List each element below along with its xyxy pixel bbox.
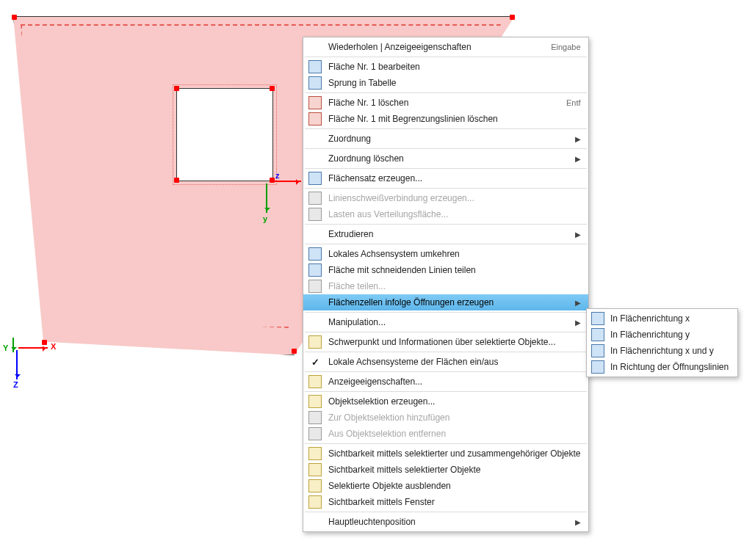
menu-create-obj-selection[interactable]: Objektselektion erzeugen...	[303, 393, 588, 410]
menu-label: Lasten aus Verteilungsfläche...	[324, 209, 581, 219]
node[interactable]	[292, 349, 297, 354]
node[interactable]	[270, 86, 275, 91]
menu-separator	[305, 168, 587, 169]
menu-visibility-window[interactable]: Sichtbarkeit mittels Fenster	[303, 494, 588, 510]
submenu-arrow-icon: ▶	[574, 135, 581, 143]
menu-edit-surface[interactable]: Fläche Nr. 1 bearbeiten	[303, 59, 588, 75]
menu-visibility-selected[interactable]: Sichtbarkeit mittels selektierter Objekt…	[303, 462, 588, 478]
menu-display-props[interactable]: Anzeigeeigenschaften...	[303, 374, 588, 390]
menu-label: Schwerpunkt und Informationen über selek…	[324, 337, 581, 347]
cells-from-openings-submenu: In Flächenrichtung x In Flächenrichtung …	[586, 308, 738, 377]
hide-icon	[306, 479, 324, 492]
menu-separator	[305, 371, 587, 372]
menu-loads-from-distribution: Lasten aus Verteilungsfläche...	[303, 206, 588, 222]
menu-label: Anzeigeeigenschaften...	[324, 377, 581, 387]
obj-sel-remove-icon	[306, 427, 324, 440]
submenu-arrow-icon: ▶	[574, 319, 581, 327]
visibility-icon	[306, 447, 324, 460]
menu-cells-from-openings[interactable]: Flächenzellen infolge Öffnungen erzeugen…	[303, 294, 588, 310]
menu-local-axes-toggle[interactable]: ✓ Lokale Achsensysteme der Flächen ein/a…	[303, 354, 588, 370]
menu-hide-selected[interactable]: Selektierte Objekte ausblenden	[303, 478, 588, 494]
surface-set-icon	[306, 172, 324, 185]
menu-label: Wiederholen | Anzeigeeigenschaften	[324, 42, 529, 52]
global-axis-x	[18, 347, 48, 349]
menu-label: Manipulation...	[324, 317, 574, 327]
menu-separator	[305, 352, 587, 352]
menu-manipulation[interactable]: Manipulation... ▶	[303, 314, 588, 330]
menu-visibility-sel-related[interactable]: Sichtbarkeit mittels selektierter und zu…	[303, 446, 588, 462]
surface-opening[interactable]	[176, 88, 273, 181]
menu-label: In Flächenrichtung y	[606, 330, 690, 340]
node[interactable]	[174, 86, 179, 91]
menu-label: Fläche teilen...	[324, 281, 581, 291]
menu-separator	[305, 57, 587, 57]
cut-icon	[306, 263, 324, 277]
menu-label: Sichtbarkeit mittels selektierter Objekt…	[324, 465, 581, 475]
menu-label: Fläche Nr. 1 bearbeiten	[324, 62, 581, 72]
menu-assignment-delete[interactable]: Zuordnung löschen ▶	[303, 150, 588, 167]
menu-label: Linienschweißverbindung erzeugen...	[324, 193, 581, 203]
submenu-dir-xy[interactable]: In Flächenrichtung x und y	[587, 343, 737, 359]
local-axis-y	[266, 183, 267, 213]
reverse-axis-icon	[306, 247, 324, 261]
global-axis-z-label: Z	[13, 380, 18, 389]
menu-delete-surface[interactable]: Fläche Nr. 1 löschen Entf	[303, 95, 588, 111]
menu-label: Fläche Nr. 1 mit Begrenzungslinien lösch…	[324, 114, 581, 124]
menu-remove-from-obj-selection: Aus Objektselektion entfernen	[303, 426, 588, 442]
menu-label: Zuordnung löschen	[324, 153, 574, 164]
split-icon	[306, 280, 324, 293]
menu-label: Zur Objektselektion hinzufügen	[324, 412, 581, 423]
menu-split-surface: Fläche teilen...	[303, 278, 588, 294]
menu-label: Zuordnung	[324, 134, 574, 144]
delete-lines-icon	[306, 112, 324, 126]
submenu-arrow-icon: ▶	[574, 155, 581, 163]
menu-jump-to-table[interactable]: Sprung in Tabelle	[303, 75, 588, 91]
global-axis-z	[16, 350, 18, 379]
menu-create-surface-set[interactable]: Flächensatz erzeugen...	[303, 170, 588, 186]
menu-main-light-position[interactable]: Hauptleuchtenposition ▶	[303, 514, 588, 530]
submenu-dir-y[interactable]: In Flächenrichtung y	[587, 327, 737, 343]
global-axis-y-label: Y	[3, 343, 8, 352]
edit-icon	[306, 60, 324, 73]
menu-centroid-info[interactable]: Schwerpunkt und Informationen über selek…	[303, 334, 588, 350]
menu-delete-surface-with-lines[interactable]: Fläche Nr. 1 mit Begrenzungslinien lösch…	[303, 111, 588, 127]
menu-label: Flächensatz erzeugen...	[324, 173, 581, 183]
menu-separator	[305, 443, 587, 444]
menu-shortcut: Eingabe	[529, 43, 580, 51]
menu-separator	[305, 148, 587, 149]
node[interactable]	[42, 340, 47, 345]
local-axis-z-label: z	[275, 171, 280, 180]
menu-assignment[interactable]: Zuordnung ▶	[303, 131, 588, 147]
menu-split-by-cutting-lines[interactable]: Fläche mit schneidenden Linien teilen	[303, 262, 588, 278]
menu-separator	[305, 92, 587, 93]
menu-reverse-local-axis[interactable]: Lokales Achsensystem umkehren	[303, 246, 588, 262]
menu-label: In Richtung der Öffnungslinien	[606, 362, 729, 372]
menu-label: Sichtbarkeit mittels Fenster	[324, 497, 581, 507]
menu-label: Fläche Nr. 1 löschen	[324, 98, 544, 108]
menu-label: Sichtbarkeit mittels selektierter und zu…	[324, 448, 581, 459]
menu-shortcut: Entf	[544, 98, 581, 107]
menu-label: Lokales Achsensystem umkehren	[324, 249, 581, 259]
menu-extrude[interactable]: Extrudieren ▶	[303, 226, 588, 242]
table-icon	[306, 76, 324, 90]
submenu-dir-opening-lines[interactable]: In Richtung der Öffnungslinien	[587, 359, 737, 375]
menu-label: Objektselektion erzeugen...	[324, 396, 581, 407]
menu-repeat-display-props[interactable]: Wiederholen | Anzeigeeigenschaften Einga…	[303, 39, 588, 55]
menu-label: In Flächenrichtung x	[606, 313, 690, 324]
submenu-dir-x[interactable]: In Flächenrichtung x	[587, 310, 737, 327]
node[interactable]	[174, 178, 179, 183]
menu-label: Flächenzellen infolge Öffnungen erzeugen	[324, 297, 574, 308]
node[interactable]	[12, 15, 17, 20]
menu-separator	[305, 188, 587, 189]
display-icon	[306, 375, 324, 388]
menu-separator	[305, 312, 587, 313]
submenu-arrow-icon: ▶	[574, 299, 581, 307]
delete-icon	[306, 96, 324, 109]
obj-sel-add-icon	[306, 411, 324, 424]
menu-label: In Flächenrichtung x und y	[606, 346, 714, 356]
obj-sel-create-icon	[306, 395, 324, 408]
dir-x-icon	[590, 312, 606, 325]
menu-create-weld-line: Linienschweißverbindung erzeugen...	[303, 190, 588, 206]
node[interactable]	[510, 15, 515, 20]
surface-context-menu: Wiederholen | Anzeigeeigenschaften Einga…	[303, 37, 589, 532]
